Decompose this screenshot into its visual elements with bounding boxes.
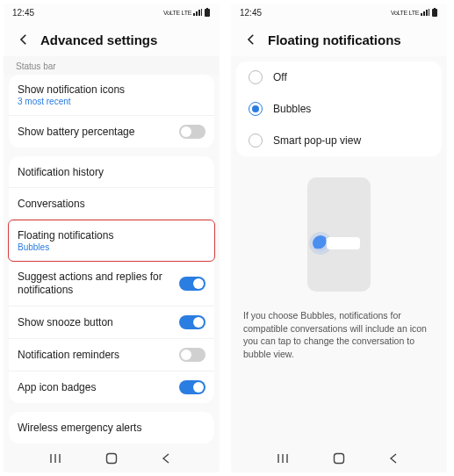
row-title: Show battery percentage	[18, 126, 134, 138]
header: Floating notifications	[231, 21, 447, 56]
row-app-icon-badges[interactable]: App icon badges	[9, 371, 214, 403]
svg-rect-6	[432, 9, 437, 17]
back-icon[interactable]	[243, 32, 259, 47]
back-icon[interactable]	[16, 32, 32, 47]
radio-icon	[249, 102, 263, 116]
group-options: Off Bubbles Smart pop-up view	[236, 61, 442, 156]
group-statusbar: Show notification icons 3 most recent Sh…	[9, 75, 214, 148]
radio-icon	[249, 70, 263, 84]
row-show-notification-icons[interactable]: Show notification icons 3 most recent	[9, 75, 214, 116]
status-bar: 12:45 VoLTE LTE	[231, 4, 447, 21]
row-title: Wireless emergency alerts	[18, 422, 141, 434]
phone-floating-notifications: 12:45 VoLTE LTE Floating notifications O…	[231, 4, 447, 472]
nav-home-icon[interactable]	[102, 449, 121, 468]
page-title: Advanced settings	[40, 32, 157, 47]
toggle-suggest-actions[interactable]	[179, 277, 205, 291]
phone-advanced-settings: 12:45 VoLTE LTE Advanced settings Status…	[4, 4, 220, 472]
battery-icon	[431, 8, 438, 17]
group-notifications: Notification history Conversations Float…	[9, 156, 214, 403]
row-conversations[interactable]: Conversations	[9, 188, 214, 220]
row-title: Conversations	[18, 198, 85, 210]
nav-home-icon[interactable]	[329, 449, 349, 468]
svg-rect-7	[434, 8, 436, 9]
status-indicators: VoLTE LTE	[163, 8, 211, 17]
illustration-phone	[307, 177, 371, 292]
nav-back-icon[interactable]	[384, 449, 403, 468]
clock: 12:45	[12, 8, 34, 18]
row-title: Suggest actions and replies for notifica…	[18, 270, 179, 297]
nav-bar	[4, 444, 220, 472]
row-subtitle: Bubbles	[18, 242, 113, 252]
row-subtitle: 3 most recent	[18, 97, 125, 106]
row-title: Notification history	[18, 166, 104, 178]
row-title: Floating notifications	[18, 229, 113, 242]
status-indicators: VoLTE LTE	[391, 8, 438, 17]
signal-icon	[193, 9, 202, 16]
option-label: Bubbles	[273, 103, 311, 115]
option-smart-popup[interactable]: Smart pop-up view	[236, 125, 442, 156]
row-suggest-actions[interactable]: Suggest actions and replies for notifica…	[9, 262, 214, 307]
option-label: Off	[273, 71, 287, 83]
row-title: Notification reminders	[18, 349, 119, 361]
group-alerts: Wireless emergency alerts	[9, 412, 214, 444]
row-title: App icon badges	[18, 381, 96, 393]
battery-icon	[204, 8, 211, 17]
nav-bar	[231, 444, 447, 472]
clock: 12:45	[240, 8, 262, 18]
row-show-battery-percentage[interactable]: Show battery percentage	[9, 116, 214, 148]
option-off[interactable]: Off	[236, 61, 442, 93]
header: Advanced settings	[4, 21, 220, 56]
row-title: Show snooze button	[18, 316, 113, 328]
toggle-badges[interactable]	[179, 380, 205, 394]
nav-recents-icon[interactable]	[275, 449, 294, 468]
status-bar: 12:45 VoLTE LTE	[4, 4, 220, 21]
row-notification-history[interactable]: Notification history	[9, 156, 214, 188]
radio-icon	[249, 133, 263, 148]
toggle-reminders[interactable]	[179, 348, 205, 362]
svg-rect-5	[107, 454, 117, 464]
svg-rect-1	[206, 8, 208, 9]
row-notification-reminders[interactable]: Notification reminders	[9, 339, 214, 371]
row-floating-notifications[interactable]: Floating notifications Bubbles	[8, 220, 215, 262]
option-label: Smart pop-up view	[273, 134, 361, 147]
signal-icon	[421, 9, 429, 16]
description-text: If you choose Bubbles, notifications for…	[231, 300, 447, 364]
toggle-snooze[interactable]	[179, 315, 205, 329]
page-title: Floating notifications	[268, 32, 401, 47]
illustration	[231, 165, 447, 300]
row-show-snooze[interactable]: Show snooze button	[9, 307, 214, 339]
row-wireless-emergency-alerts[interactable]: Wireless emergency alerts	[9, 412, 214, 444]
section-header-statusbar: Status bar	[4, 56, 220, 75]
toggle-battery-percentage[interactable]	[179, 125, 205, 139]
svg-rect-0	[205, 9, 210, 17]
svg-rect-11	[335, 454, 344, 464]
option-bubbles[interactable]: Bubbles	[236, 93, 442, 125]
illustration-notification	[327, 237, 360, 249]
nav-back-icon[interactable]	[156, 449, 176, 468]
row-title: Show notification icons	[18, 83, 125, 96]
nav-recents-icon[interactable]	[47, 449, 67, 468]
